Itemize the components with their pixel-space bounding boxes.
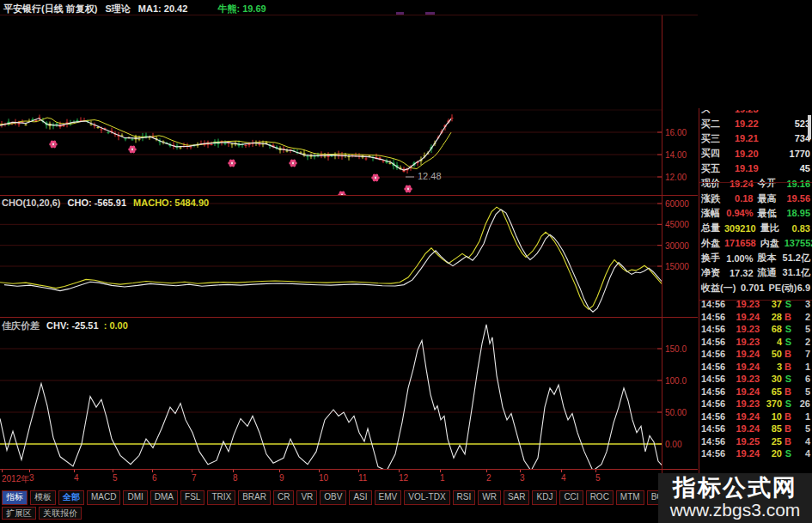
indicator-button-rsi[interactable]: RSI [453,490,476,505]
tick-count: 4 [791,436,810,447]
axis-tick-label: 30000 [665,241,698,251]
info-label: 涨跌 [701,192,724,205]
indicator-button-全部[interactable]: 全部 [58,490,84,505]
chv-indicator-chart[interactable] [0,318,662,469]
tick-row: 14:5619.2420S4 [699,447,812,460]
quote-info-row: 涨幅0.94%最低18.95 [699,206,812,221]
cho-line [4,210,662,312]
info-value: 0.94% [724,208,754,218]
info-value: 19.24 [724,179,754,189]
axis-tick-label: 150.0 [665,344,698,354]
indicator-button-asi[interactable]: ASI [349,490,371,505]
tick-direction: S [782,324,791,334]
date-tick [358,470,359,472]
tick-volume: 370 [760,398,782,409]
macho-line [0,207,662,309]
bid-volume: 1770 [774,149,811,159]
indicator-button-sar[interactable]: SAR [504,490,530,505]
indicator-button-mtm[interactable]: MTM [616,490,644,505]
cho-indicator-chart[interactable] [0,196,662,317]
indicator-button-vr[interactable]: VR [296,490,317,505]
info-label: 今开 [758,177,782,190]
indicator-button-roc[interactable]: ROC [586,490,614,505]
title-separator [0,15,698,15]
main-candlestick-chart[interactable]: 12.48 [0,15,662,195]
tick-direction: B [782,411,791,422]
indicator-button-kdj[interactable]: KDJ [532,490,557,505]
axis-tick-label: 12.00 [665,173,698,182]
date-tick [2,470,3,472]
tick-count: 1 [791,362,810,372]
info-label: 最高 [758,192,782,205]
tick-count: 6 [791,374,810,384]
tick-volume: 28 [760,312,782,322]
bid-row: 买四19.201770 [699,146,812,161]
bid-price: 19.19 [724,163,772,173]
date-label: 5 [595,473,601,483]
indicator-button-dma[interactable]: DMA [150,490,178,505]
tab-indicators[interactable]: 指标 [2,490,27,505]
tick-time: 14:56 [701,349,730,359]
indicator-button-macd[interactable]: MACD [87,490,120,505]
instrument-title: 平安银行(日线 前复权) [3,3,97,14]
watermark-site-name: 指标公式网 [673,476,797,500]
axis-tick-label: 14.00 [665,150,698,160]
bid-row: 买二19.22523 [699,116,812,131]
tick-direction: B [782,386,791,397]
info-label: 换手 [701,252,724,265]
bid-label: 买一 [701,110,724,115]
date-tick [486,470,487,472]
tab-templates[interactable]: 模板 [30,490,56,505]
indicator-button-obv[interactable]: OBV [320,490,346,505]
date-tick [152,470,153,472]
info-label: 涨幅 [701,207,724,220]
info-label: PE(动) [769,282,793,295]
indicator-button-vol-tdx[interactable]: VOL-TDX [404,490,449,505]
info-value: 0.83 [785,223,810,234]
chv-value: CHV: -25.51 [46,320,99,331]
indicator-button-trix[interactable]: TRIX [207,490,235,505]
date-tick [192,470,192,472]
indicator-button-dmi[interactable]: DMI [123,490,147,505]
indicator-button-cr[interactable]: CR [273,490,294,505]
tick-count: 2 [791,312,810,322]
indicator-button-brar[interactable]: BRAR [238,490,271,505]
info-value: 171658 [724,238,756,248]
tab-linked-quotes[interactable]: 关联报价 [39,507,82,520]
bid-volume: 523 [774,119,811,129]
scrollbar-thumb[interactable] [808,115,811,139]
axis-tick-label: 100.0 [665,376,698,386]
indicator-button-emv[interactable]: EMV [375,490,402,505]
cho-panel-label: CHO(10,20,6) CHO: -565.91 MACHO: 5484.90 [2,198,209,208]
tick-price: 19.24 [730,349,760,359]
axis-tick-label: 45000 [665,220,698,229]
info-label: 总量 [701,222,724,234]
info-value: 19.16 [782,179,811,189]
tick-volume: 50 [760,349,782,359]
date-label: 6 [152,473,157,483]
tick-price: 19.25 [730,436,760,447]
tick-volume: 68 [760,324,782,334]
date-tick [29,470,30,472]
axis-tick-label: 15000 [665,262,698,271]
tab-extended-area[interactable]: 扩展区 [2,507,36,520]
indicator-button-wr[interactable]: WR [478,490,501,505]
bid-row-clipped: 买一19.23 [699,110,812,116]
tick-list: 14:5619.2337S314:5619.2428B214:5619.2368… [699,298,812,460]
bid-row: 买五19.1945 [699,161,812,176]
tick-time: 14:56 [701,374,730,384]
info-value: 6.9 [793,283,810,293]
info-value: 0.18 [724,193,754,204]
indicator-button-cci[interactable]: CCI [559,490,583,505]
quote-info-row: 总量309210量比0.83 [699,221,812,235]
tick-time: 14:56 [701,386,730,397]
tick-time: 14:56 [701,299,730,309]
tick-list-divider [699,300,812,301]
tick-volume: 37 [760,299,782,309]
info-label: 最低 [758,207,782,220]
tick-count: 26 [791,398,810,409]
indicator-button-fsl[interactable]: FSL [180,490,205,505]
tick-time: 14:56 [701,448,730,459]
indicator-toolbar: 指标模板全部MACDDMIDMAFSLTRIXBRARCRVROBVASIEMV… [2,490,742,505]
tick-price: 19.23 [730,299,760,309]
